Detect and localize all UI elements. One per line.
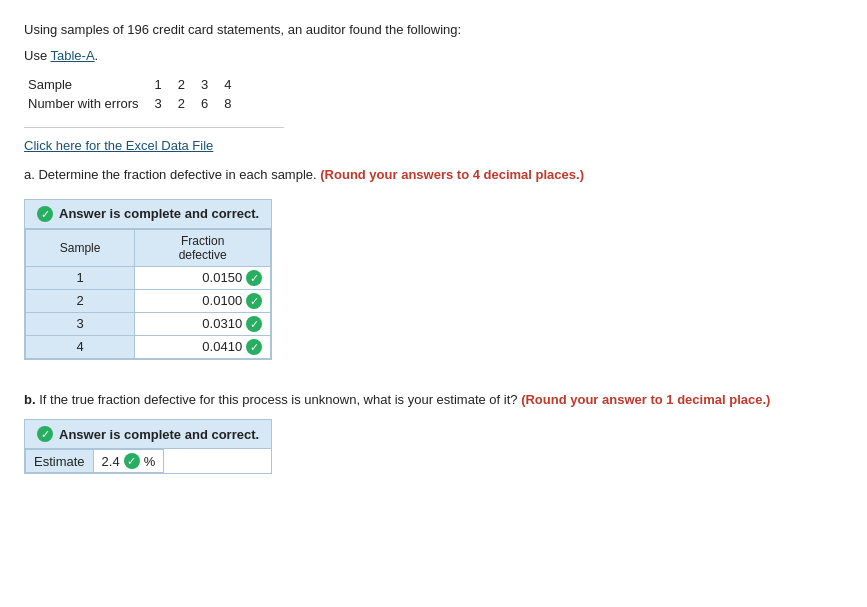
fraction-value: 0.0410 xyxy=(202,339,242,354)
table-divider xyxy=(24,127,284,128)
estimate-label: Estimate xyxy=(26,450,94,473)
check-icon-row: ✓ xyxy=(246,339,262,355)
question-a-round: (Round your answers to 4 decimal places.… xyxy=(320,167,584,182)
table-row: 20.0100✓ xyxy=(26,289,271,312)
intro-line1: Using samples of 196 credit card stateme… xyxy=(24,20,843,40)
estimate-table: Estimate 2.4 ✓ % xyxy=(25,449,164,473)
sample-col-1: 1 xyxy=(151,75,174,94)
check-icon-row: ✓ xyxy=(246,270,262,286)
answer-header-text-b: Answer is complete and correct. xyxy=(59,427,259,442)
sample-col-4: 4 xyxy=(220,75,243,94)
fraction-sample-cell: 4 xyxy=(26,335,135,358)
answer-section-a: ✓ Answer is complete and correct. Sample… xyxy=(24,199,843,360)
estimate-value-wrapper: 2.4 ✓ % xyxy=(102,453,156,469)
fraction-value-cell: 0.0310✓ xyxy=(135,312,271,335)
value-with-check: 0.0310✓ xyxy=(143,316,262,332)
table-row: 40.0410✓ xyxy=(26,335,271,358)
fraction-sample-cell: 1 xyxy=(26,266,135,289)
intro-use-text: Use xyxy=(24,48,51,63)
fraction-value: 0.0150 xyxy=(202,270,242,285)
fraction-value-cell: 0.0100✓ xyxy=(135,289,271,312)
table-a-link[interactable]: Table-A xyxy=(51,48,95,63)
answer-header-a: ✓ Answer is complete and correct. xyxy=(25,200,271,229)
errors-col-1: 3 xyxy=(151,94,174,113)
value-with-check: 0.0150✓ xyxy=(143,270,262,286)
fraction-value-cell: 0.0150✓ xyxy=(135,266,271,289)
check-icon-row: ✓ xyxy=(246,316,262,332)
question-b-round: (Round your answer to 1 decimal place.) xyxy=(521,392,770,407)
percent-sign: % xyxy=(144,454,156,469)
excel-data-link[interactable]: Click here for the Excel Data File xyxy=(24,138,213,153)
check-icon-row: ✓ xyxy=(246,293,262,309)
estimate-value: 2.4 xyxy=(102,454,120,469)
fraction-table: Sample Fraction defective 10.0150✓20.010… xyxy=(25,229,271,359)
sample-label: Sample xyxy=(24,75,151,94)
check-icon-b: ✓ xyxy=(37,426,53,442)
answer-box-a: ✓ Answer is complete and correct. Sample… xyxy=(24,199,272,360)
answer-header-text-a: Answer is complete and correct. xyxy=(59,206,259,221)
check-icon-est: ✓ xyxy=(124,453,140,469)
sample-data-table: Sample 1 2 3 4 Number with errors 3 2 6 … xyxy=(24,75,243,113)
question-a-label: a. Determine the fraction defective in e… xyxy=(24,167,317,182)
check-icon-a: ✓ xyxy=(37,206,53,222)
errors-col-3: 6 xyxy=(197,94,220,113)
table-row: 10.0150✓ xyxy=(26,266,271,289)
sample-col-2: 2 xyxy=(174,75,197,94)
errors-label: Number with errors xyxy=(24,94,151,113)
intro-line2: Use Table-A. xyxy=(24,46,843,66)
question-b-body: If the true fraction defective for this … xyxy=(39,392,517,407)
fraction-sample-cell: 3 xyxy=(26,312,135,335)
section-b: b. If the true fraction defective for th… xyxy=(24,390,843,475)
value-with-check: 0.0100✓ xyxy=(143,293,262,309)
answer-box-b: ✓ Answer is complete and correct. Estima… xyxy=(24,419,272,474)
fraction-value: 0.0100 xyxy=(202,293,242,308)
question-b-bold: b. xyxy=(24,392,36,407)
fraction-value: 0.0310 xyxy=(202,316,242,331)
fraction-value-cell: 0.0410✓ xyxy=(135,335,271,358)
estimate-value-cell: 2.4 ✓ % xyxy=(93,450,164,473)
errors-col-4: 8 xyxy=(220,94,243,113)
fraction-sample-cell: 2 xyxy=(26,289,135,312)
question-b-text: b. If the true fraction defective for th… xyxy=(24,390,843,410)
value-with-check: 0.0410✓ xyxy=(143,339,262,355)
question-a-text: a. Determine the fraction defective in e… xyxy=(24,165,843,185)
sample-col-3: 3 xyxy=(197,75,220,94)
errors-col-2: 2 xyxy=(174,94,197,113)
col-sample-header: Sample xyxy=(26,229,135,266)
answer-header-b: ✓ Answer is complete and correct. xyxy=(25,420,271,449)
intro-period: . xyxy=(95,48,99,63)
col-fraction-header: Fraction defective xyxy=(135,229,271,266)
table-row: 30.0310✓ xyxy=(26,312,271,335)
